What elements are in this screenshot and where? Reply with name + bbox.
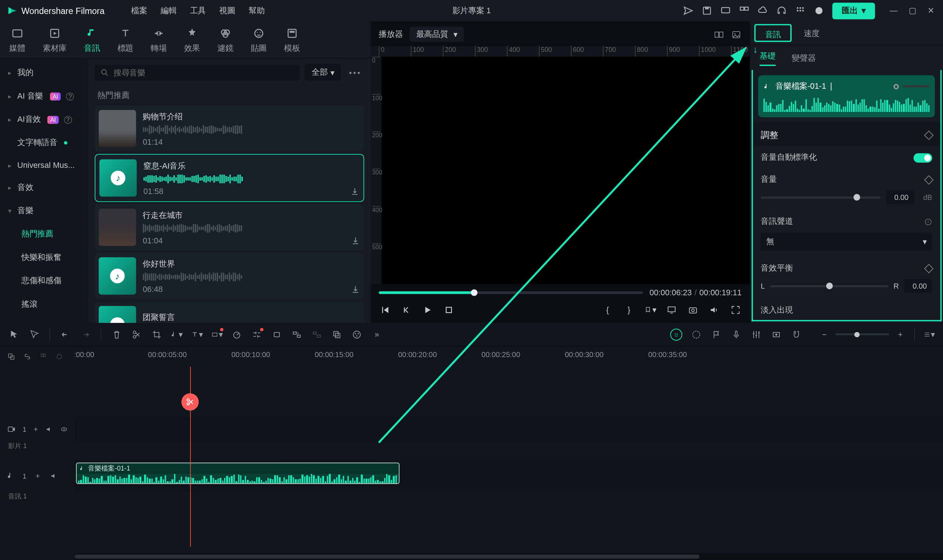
tab-media[interactable]: 媒體 [9, 26, 25, 58]
progress-bar[interactable] [379, 291, 643, 294]
marker-button[interactable] [271, 328, 283, 340]
cat-tts[interactable]: ▸文字轉語音 [0, 131, 88, 155]
maximize-button[interactable]: ▢ [907, 5, 918, 16]
zoom-slider[interactable] [836, 333, 889, 335]
autonorm-toggle[interactable] [914, 153, 932, 162]
flag-button[interactable] [710, 328, 723, 340]
more-icon[interactable]: ••• [346, 68, 364, 77]
inspector-tab-audio[interactable]: 音訊 [754, 24, 792, 42]
cat-my[interactable]: ▸我的 [0, 62, 88, 85]
tab-stock[interactable]: 素材庫 [43, 26, 67, 58]
subcat-sad[interactable]: 悲傷和感傷 [0, 269, 88, 292]
select-tool[interactable] [28, 328, 40, 340]
zoom-in-button[interactable]: + [894, 328, 906, 340]
audio-tool-button[interactable]: ▾ [171, 328, 183, 340]
keyframe-diamond[interactable] [924, 131, 934, 140]
keyframe-diamond[interactable] [924, 264, 934, 273]
subtab-basic[interactable]: 基礎 [760, 51, 775, 66]
track-magnet-icon[interactable] [39, 352, 48, 361]
group-button[interactable] [291, 328, 303, 340]
tab-templates[interactable]: 模板 [284, 26, 300, 58]
more-tools[interactable]: » [371, 328, 383, 340]
cat-music[interactable]: ▾音樂 [0, 199, 88, 222]
balance-value[interactable]: 0.00 [904, 280, 932, 293]
cloud-icon[interactable] [758, 5, 768, 16]
video-track-lane[interactable] [75, 417, 943, 441]
pointer-tool[interactable] [8, 328, 20, 340]
track-item[interactable]: ♪ 窒息-AI音乐 01:58 [95, 154, 364, 202]
track-link-icon[interactable] [23, 352, 32, 361]
ai-button[interactable] [670, 328, 683, 340]
audio-clip[interactable]: 音樂檔案-01-1 [76, 462, 399, 484]
bracket-out-icon[interactable]: } [623, 304, 635, 316]
track-item[interactable]: ♪ 你好世界 06:48 [95, 252, 364, 299]
balance-slider[interactable] [770, 285, 888, 287]
help-icon[interactable]: ? [66, 92, 74, 100]
mute-icon[interactable] [49, 471, 58, 480]
snap-button[interactable] [790, 328, 802, 340]
track-dup-icon[interactable] [7, 352, 16, 361]
filter-all[interactable]: 全部▾ [305, 64, 341, 81]
headphone-icon[interactable] [776, 5, 787, 16]
channel-select[interactable]: 無▾ [761, 233, 932, 251]
tab-transitions[interactable]: 轉場 [151, 26, 166, 58]
keyframe-button[interactable] [770, 328, 783, 340]
tab-effects[interactable]: 效果 [184, 26, 200, 58]
help-icon[interactable]: ? [64, 115, 72, 124]
mute-icon[interactable] [45, 425, 53, 434]
inspector-tab-speed[interactable]: 速度 [792, 22, 832, 45]
export-button[interactable]: 匯出▾ [832, 2, 875, 19]
cat-universal[interactable]: ▸Universal Mus... [0, 155, 88, 176]
crop-button[interactable] [151, 328, 163, 340]
text-tool-button[interactable]: ▾ [191, 328, 203, 340]
ungroup-button[interactable] [311, 328, 323, 340]
menu-edit[interactable]: 編輯 [160, 5, 176, 17]
menu-file[interactable]: 檔案 [131, 5, 147, 17]
play-button[interactable] [421, 304, 433, 316]
send-icon[interactable] [683, 5, 693, 16]
cut-indicator[interactable] [181, 393, 199, 411]
compare-icon[interactable] [713, 29, 724, 40]
minimize-button[interactable]: — [889, 5, 899, 16]
audio-track-lane[interactable]: 音樂檔案-01-1 [75, 460, 943, 492]
split-button[interactable] [131, 328, 143, 340]
copy-button[interactable] [331, 328, 343, 340]
menu-help[interactable]: 幫助 [249, 5, 265, 17]
subcat-rock[interactable]: 搖滾 [0, 293, 88, 316]
zoom-out-button[interactable]: − [818, 328, 830, 340]
render-button[interactable] [690, 328, 703, 340]
tab-stickers[interactable]: 貼圖 [251, 26, 267, 58]
volume-value[interactable]: 0.00 [886, 191, 914, 204]
track-auto-icon[interactable] [54, 352, 64, 361]
avatar[interactable] [814, 5, 824, 16]
image-icon[interactable] [731, 29, 741, 40]
snapshot-icon[interactable] [687, 304, 699, 316]
layout-icon[interactable] [739, 5, 750, 16]
add-track-icon[interactable]: + [33, 471, 42, 480]
display-icon[interactable] [666, 304, 678, 316]
keyframe-diamond[interactable] [924, 175, 934, 185]
track-item[interactable]: 行走在城市 01:04 [95, 204, 364, 251]
prev-frame-button[interactable] [379, 304, 391, 316]
track-item[interactable]: ♪ 团聚誓言 [95, 301, 364, 323]
add-track-icon[interactable]: + [33, 425, 39, 434]
cat-sfx[interactable]: ▸音效 [0, 176, 88, 199]
volume-icon[interactable] [708, 304, 721, 316]
download-icon[interactable] [351, 284, 360, 294]
monitor-icon[interactable] [720, 5, 731, 16]
track-item[interactable]: 购物节介绍 01:14 [95, 105, 364, 152]
tab-filters[interactable]: 濾鏡 [217, 26, 233, 58]
undo-button[interactable] [59, 328, 71, 340]
volume-slider[interactable] [761, 196, 881, 198]
download-icon[interactable] [350, 186, 359, 195]
delete-button[interactable] [111, 328, 123, 340]
timeline-scrollbar[interactable] [75, 553, 943, 560]
apps-icon[interactable] [795, 5, 806, 16]
close-button[interactable]: ✕ [926, 5, 936, 16]
speed-button[interactable] [231, 328, 243, 340]
cat-ai-music[interactable]: ▸AI 音樂AI? [0, 85, 88, 108]
tab-titles[interactable]: 標題 [117, 26, 133, 58]
cat-ai-sfx[interactable]: ▸AI音效AI? [0, 108, 88, 131]
timeline-ruler[interactable]: :00:0000:00:05:0000:00:10:0000:00:15:000… [75, 346, 943, 366]
voiceover-button[interactable] [730, 328, 742, 340]
